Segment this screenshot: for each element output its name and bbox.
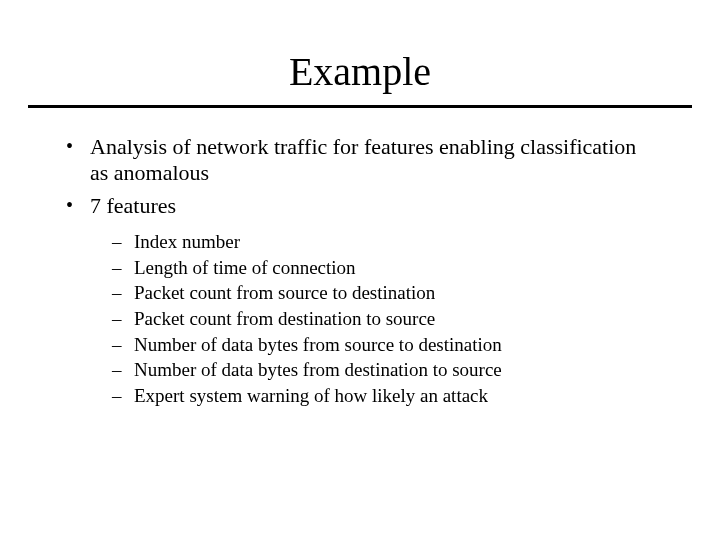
feature-item: Packet count from source to destination	[112, 280, 660, 306]
slide-body: Analysis of network traffic for features…	[60, 134, 660, 409]
feature-item: Packet count from destination to source	[112, 306, 660, 332]
feature-list: Index number Length of time of connectio…	[60, 229, 660, 408]
feature-item: Number of data bytes from source to dest…	[112, 332, 660, 358]
title-rule	[28, 105, 692, 108]
feature-item: Expert system warning of how likely an a…	[112, 383, 660, 409]
feature-item: Length of time of connection	[112, 255, 660, 281]
slide: Example Analysis of network traffic for …	[0, 48, 720, 540]
bullet-item: Analysis of network traffic for features…	[60, 134, 660, 187]
bullet-item: 7 features	[60, 193, 660, 219]
bullet-list: Analysis of network traffic for features…	[60, 134, 660, 219]
feature-item: Number of data bytes from destination to…	[112, 357, 660, 383]
slide-title: Example	[0, 48, 720, 95]
feature-item: Index number	[112, 229, 660, 255]
